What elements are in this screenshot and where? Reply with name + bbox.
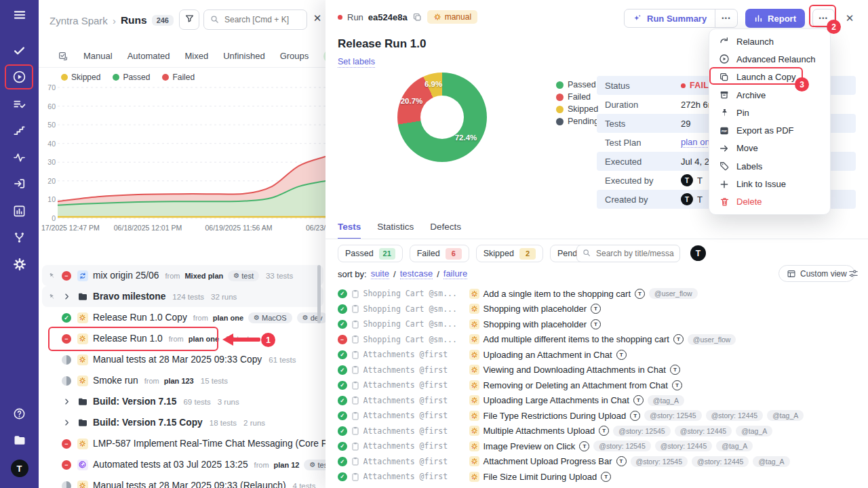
menu-item-label: Pin	[736, 108, 749, 118]
menu-item-launch-a-copy[interactable]: Launch a Copy	[709, 68, 830, 86]
sort-by-failure[interactable]: failure	[443, 268, 467, 279]
filter-button[interactable]	[179, 9, 199, 30]
copy-icon[interactable]	[412, 12, 422, 22]
sort-by-testcase[interactable]: testcase	[400, 268, 433, 279]
run-list-item[interactable]: −Automated tests at 03 Jul 2025 13:25fro…	[42, 454, 323, 475]
runs-panel-close-button[interactable]: ✕	[309, 10, 326, 26]
sign-in-icon[interactable]	[9, 174, 30, 194]
run-list-item[interactable]: Build: Version 7.15 Copy18 tests2 runs	[42, 412, 323, 433]
runs-tab-manual[interactable]: Manual	[83, 51, 113, 61]
test-result-row[interactable]: ✓Shopping Cart @sm...Add a single item t…	[326, 286, 868, 302]
steps-icon[interactable]	[9, 120, 30, 140]
run-summary-button[interactable]: Run Summary	[625, 9, 715, 27]
menu-item-label: Advanced Relaunch	[736, 54, 815, 64]
filter-chip-skipped[interactable]: Skipped2	[476, 245, 543, 262]
test-result-row[interactable]: ✓Attachments @firstFile Type Restriction…	[326, 408, 868, 424]
test-result-row[interactable]: ✓Attachments @firstRemoving or Deleting …	[326, 378, 868, 393]
test-result-row[interactable]: ✓Attachments @firstImage Preview on Clic…	[326, 439, 868, 454]
run-detail-close-button[interactable]: ✕	[842, 11, 857, 26]
folder-icon	[77, 291, 88, 302]
clipboard-icon	[351, 381, 359, 390]
run-title: Automated tests at 03 Jul 2025 13:25	[93, 460, 248, 470]
test-result-row[interactable]: ✓Attachments @firstAttachment Upload Pro…	[326, 454, 868, 470]
bar-chart-icon[interactable]	[9, 201, 30, 221]
tab-statistics[interactable]: Statistics	[377, 222, 414, 239]
sort-separator: /	[393, 269, 396, 279]
runs-tab-automated[interactable]: Automated	[127, 51, 170, 61]
test-result-row[interactable]: ✓Attachments @firstViewing and Downloadi…	[326, 363, 868, 378]
folder-icon[interactable]	[9, 430, 30, 451]
pulse-icon[interactable]	[9, 147, 30, 167]
menu-item-advanced-relaunch[interactable]: Advanced Relaunch	[709, 50, 830, 68]
run-list-item[interactable]: −LMP-587 Implement Real-Time Chat Messag…	[42, 433, 323, 454]
run-summary-more-button[interactable]: •••	[715, 9, 737, 27]
menu-item-move[interactable]: Move	[709, 140, 830, 157]
tab-defects[interactable]: Defects	[430, 222, 461, 239]
menu-item-pin[interactable]: Pin	[709, 104, 830, 121]
run-list-item[interactable]: Smoke runfromplan 12315 tests	[42, 370, 323, 391]
runs-scrollbar[interactable]	[317, 265, 321, 323]
test-result-row[interactable]: ✓Shopping Cart @sm...Shopping with place…	[326, 317, 868, 332]
chevron-right-icon[interactable]	[61, 419, 72, 426]
view-settings-icon[interactable]	[848, 268, 859, 282]
menu-item-delete[interactable]: Delete	[709, 193, 830, 211]
menu-item-relaunch[interactable]: Relaunch	[709, 33, 830, 50]
chevron-right-icon[interactable]	[61, 293, 72, 300]
run-more-actions-button[interactable]: •••	[812, 9, 835, 28]
check-icon[interactable]	[9, 40, 30, 60]
test-tag: @tag_A	[767, 410, 804, 421]
menu-icon[interactable]	[9, 5, 30, 25]
chevron-right-icon[interactable]	[61, 398, 72, 405]
test-result-row[interactable]: −Shopping Cart @sm...Add multiple differ…	[326, 332, 868, 348]
run-tests-count: 4 tests	[293, 482, 316, 488]
menu-item-labels[interactable]: Labels	[709, 157, 830, 175]
user-avatar[interactable]: T	[11, 460, 28, 477]
manual-icon	[77, 354, 88, 365]
tab-tests[interactable]: Tests	[338, 222, 361, 239]
run-plan-link[interactable]: plan one	[213, 314, 243, 322]
test-tag: @user_flow	[688, 334, 736, 345]
test-result-row[interactable]: ✓Attachments @firstUploading Large Attac…	[326, 393, 868, 409]
assignee-avatar[interactable]: T	[690, 245, 706, 261]
menu-item-export-as-pdf[interactable]: PDFExport as PDF	[709, 121, 830, 139]
tests-list: ✓Shopping Cart @sm...Add a single item t…	[326, 286, 868, 485]
play-circle-icon[interactable]	[9, 66, 30, 87]
breadcrumb-project[interactable]: Zyntra Spark	[50, 15, 108, 26]
menu-item-archive[interactable]: Archive	[709, 86, 830, 104]
filter-chip-failed[interactable]: Failed6	[410, 245, 469, 262]
run-list-item[interactable]: Manual tests at 28 Mar 2025 09:33 Copy61…	[42, 349, 323, 370]
tests-search-input[interactable]	[576, 245, 680, 262]
test-result-row[interactable]: ✓Attachments @firstFile Size Limit Durin…	[326, 469, 868, 485]
report-button[interactable]: Report	[745, 9, 805, 28]
custom-view-button[interactable]: Custom view	[778, 265, 855, 282]
run-plan-link[interactable]: Mixed plan	[184, 272, 223, 280]
test-result-row[interactable]: ✓Shopping Cart @sm...Shopping with place…	[326, 302, 868, 317]
list-check-icon[interactable]	[9, 94, 30, 114]
filter-chip-passed[interactable]: Passed21	[338, 245, 403, 262]
run-list-item[interactable]: −mix origin 25/06fromMixed plan⚙test33 t…	[42, 265, 323, 286]
run-plan-link[interactable]: plan 123	[164, 377, 194, 385]
gear-icon[interactable]	[9, 254, 30, 274]
sort-by-suite[interactable]: suite	[371, 268, 389, 279]
runs-tab-groups[interactable]: Groups	[280, 51, 309, 61]
run-list-item[interactable]: Build: Version 7.1569 tests3 runs	[42, 391, 323, 412]
test-result-row[interactable]: ✓Attachments @firstMultiple Attachments …	[326, 424, 868, 439]
runs-tab-unfinished[interactable]: Unfinished	[223, 51, 264, 61]
runs-tab-mixed[interactable]: Mixed	[185, 51, 209, 61]
run-plan-link[interactable]: plan 12	[274, 461, 300, 469]
run-list-item[interactable]: Bravo milestone124 tests32 runs	[42, 286, 323, 307]
avatar[interactable]: T	[9, 458, 30, 479]
run-plan-link[interactable]: plan one	[189, 335, 219, 343]
help-icon[interactable]	[9, 403, 30, 424]
menu-item-link-to-issue[interactable]: Link to Issue	[709, 175, 830, 192]
run-list-item[interactable]: −Release Run 1.0fromplan one29 tests	[42, 328, 323, 349]
gear-icon: ⚙	[233, 272, 239, 279]
set-labels-link[interactable]: Set labels	[338, 57, 375, 68]
test-result-row[interactable]: ✓Attachments @firstUploading an Attachme…	[326, 347, 868, 363]
fork-icon[interactable]	[9, 227, 30, 247]
run-list-item[interactable]: Manual tests at 28 Mar 2025 09:33 (Relau…	[42, 475, 323, 488]
select-all-icon[interactable]	[58, 51, 68, 62]
user-name: T	[697, 176, 703, 186]
run-list-item[interactable]: ✓Release Run 1.0 Copyfromplan one⚙MacOS⚙…	[42, 307, 323, 328]
run-type-icon	[77, 333, 88, 344]
